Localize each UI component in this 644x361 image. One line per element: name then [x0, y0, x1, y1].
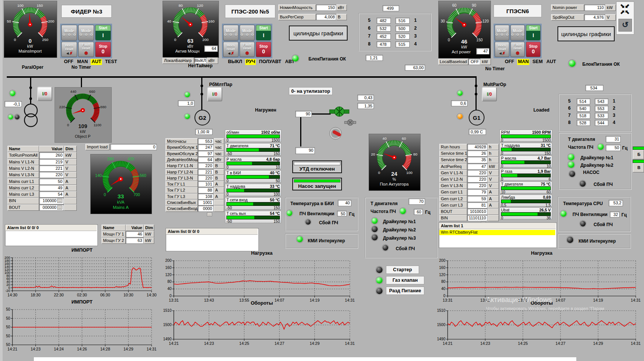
- expand-dots-button[interactable]: …: [207, 212, 212, 216]
- gas-valve-icon[interactable]: [330, 105, 349, 118]
- gen5-breaker-button[interactable]: I/0: [207, 87, 222, 101]
- g1-value-box[interactable]: 0,6: [451, 100, 468, 106]
- cylinder-value[interactable]: 528: [577, 120, 590, 126]
- freq-hz-box[interactable]: 50: [606, 145, 621, 151]
- table-cell[interactable]: 108: [198, 193, 214, 199]
- mains-value-box[interactable]: -0,1: [5, 101, 22, 107]
- history-icon[interactable]: ↺: [618, 19, 632, 32]
- ratio-box[interactable]: 0,99 C: [469, 129, 486, 135]
- table-cell[interactable]: 97: [198, 151, 214, 157]
- cylinder-value[interactable]: 515: [395, 41, 410, 47]
- stop-button[interactable]: Stop0: [95, 42, 111, 57]
- field-label[interactable]: Nomin power: [551, 5, 584, 11]
- field-label[interactable]: ВыхРегСкор: [278, 14, 316, 20]
- cylinder-top-box[interactable]: 534: [585, 85, 603, 91]
- field-label[interactable]: НоминМощность: [278, 5, 316, 11]
- import-load-button[interactable]: Import load: [85, 144, 109, 150]
- field-label[interactable]: SpdRegOut: [551, 14, 584, 21]
- field-value[interactable]: ВЫКЛ: [194, 57, 207, 64]
- cylinder-value[interactable]: 482: [377, 18, 391, 24]
- expand-dots-button[interactable]: …: [57, 199, 62, 203]
- table-cell[interactable]: 000000…: [39, 204, 64, 211]
- cylinder-value[interactable]: 540: [577, 106, 590, 112]
- table-cell[interactable]: 49: [39, 185, 64, 191]
- ratio-box[interactable]: 1,00 R: [195, 129, 213, 135]
- table-cell[interactable]: 88: [198, 187, 214, 193]
- stop-button[interactable]: Stop0: [526, 42, 541, 57]
- horn-reset-button[interactable]: Hornreset◄✗: [495, 42, 509, 57]
- table-cell[interactable]: 63: [126, 237, 144, 244]
- table-cell[interactable]: 219: [39, 159, 64, 165]
- mode-left-button[interactable]: ModeO←O←O: [61, 25, 77, 41]
- mode-left-button[interactable]: ModeO←O←O: [495, 25, 509, 41]
- import-load-value[interactable]: 0: [110, 144, 157, 150]
- valve-value-box[interactable]: 1,35: [357, 103, 374, 109]
- table-cell[interactable]: 220: [39, 172, 64, 178]
- table-cell[interactable]: 220: [198, 175, 214, 181]
- horn-reset-button[interactable]: Hornreset◄✗: [61, 42, 77, 57]
- cylinder-value[interactable]: 533: [595, 113, 608, 119]
- table-cell[interactable]: 59: [467, 196, 488, 202]
- table-cell[interactable]: 0000…: [198, 205, 214, 211]
- table-cell[interactable]: 47: [467, 163, 488, 170]
- field-label[interactable]: LocalBaseload: [438, 59, 468, 65]
- start-button[interactable]: StartI: [526, 25, 541, 41]
- vent-hz-box[interactable]: 50: [337, 211, 347, 216]
- cylinder-charts-button[interactable]: цилиндры графики: [557, 26, 615, 41]
- table-cell[interactable]: 221: [198, 169, 214, 175]
- gauge-value-box[interactable]: 64: [204, 45, 218, 52]
- vent-hz-box[interactable]: 32: [610, 211, 620, 218]
- cylinder-value[interactable]: 452: [377, 33, 391, 39]
- mode-left-button[interactable]: ModeO←O←O: [223, 25, 238, 41]
- start-button[interactable]: StartI: [95, 25, 111, 41]
- start-button[interactable]: StartI: [256, 25, 271, 41]
- cylinder-value[interactable]: 553: [595, 106, 608, 112]
- table-cell[interactable]: 220: [467, 183, 488, 189]
- table-cell[interactable]: 50: [39, 178, 64, 185]
- table-cell[interactable]: 260: [39, 152, 64, 159]
- table-cell[interactable]: 101: [198, 181, 214, 187]
- mode-right-button[interactable]: ModeO→O→O: [240, 25, 255, 41]
- stop-button[interactable]: Stop0: [256, 42, 271, 57]
- cylinder-charts-button[interactable]: цилиндры графики: [289, 26, 348, 41]
- gauge-value-box[interactable]: 47: [476, 48, 489, 54]
- cylinder-value[interactable]: 543: [595, 98, 608, 104]
- field-value[interactable]: 150: [316, 5, 336, 11]
- table-cell[interactable]: 221: [39, 165, 64, 172]
- cylinder-top-box[interactable]: 499: [383, 5, 399, 11]
- misc-value-box[interactable]: 1,21: [366, 55, 383, 61]
- edge-button[interactable]: В: [633, 163, 644, 172]
- expand-dots-button[interactable]: …: [57, 205, 62, 210]
- table-cell[interactable]: 40928: [467, 144, 488, 150]
- table-cell[interactable]: 11101110…: [467, 215, 488, 221]
- valve-value-box[interactable]: 0,43: [357, 95, 374, 101]
- pump-status-button[interactable]: Насос запущен: [292, 178, 342, 190]
- utd-status-button[interactable]: УТД отключен: [292, 160, 342, 173]
- cylinder-value[interactable]: 516: [395, 18, 410, 24]
- aux-valve-icon[interactable]: [345, 118, 356, 127]
- gen6-breaker-button[interactable]: I/0: [482, 87, 497, 101]
- cylinder-value[interactable]: 544: [595, 120, 608, 126]
- rotary-valve-icon[interactable]: [328, 126, 343, 140]
- field-value[interactable]: 110: [584, 5, 605, 11]
- table-cell[interactable]: 81: [467, 202, 488, 208]
- table-cell[interactable]: 46: [126, 231, 144, 237]
- field-value[interactable]: OFF: [468, 59, 480, 65]
- cylinder-value[interactable]: 518: [577, 113, 590, 119]
- engine-temp-box[interactable]: 31: [606, 136, 621, 142]
- g2-value-box[interactable]: 1,0: [178, 100, 194, 106]
- table-cell[interactable]: 35: [467, 157, 488, 163]
- horn-reset-button[interactable]: Hornreset◄✗: [223, 42, 238, 57]
- alarm-list-item[interactable]: Wrn RTCbatteryFlat: [439, 230, 555, 235]
- cylinder-value[interactable]: 514: [577, 98, 590, 104]
- field-label[interactable]: ЛокалБазНагр: [163, 57, 194, 64]
- cpu-temp-box[interactable]: 53,2: [609, 200, 623, 206]
- table-cell[interactable]: 247: [198, 144, 214, 150]
- table-cell[interactable]: 1010010…: [467, 208, 488, 215]
- flow-value-box[interactable]: 90: [295, 147, 315, 154]
- table-cell[interactable]: 220: [467, 176, 488, 183]
- table-cell[interactable]: 220: [198, 163, 214, 169]
- cylinder-value[interactable]: 532: [377, 26, 391, 32]
- fault-reset-button[interactable]: Faultreset⊗: [240, 42, 255, 57]
- bki-temp-box[interactable]: 40: [338, 200, 351, 206]
